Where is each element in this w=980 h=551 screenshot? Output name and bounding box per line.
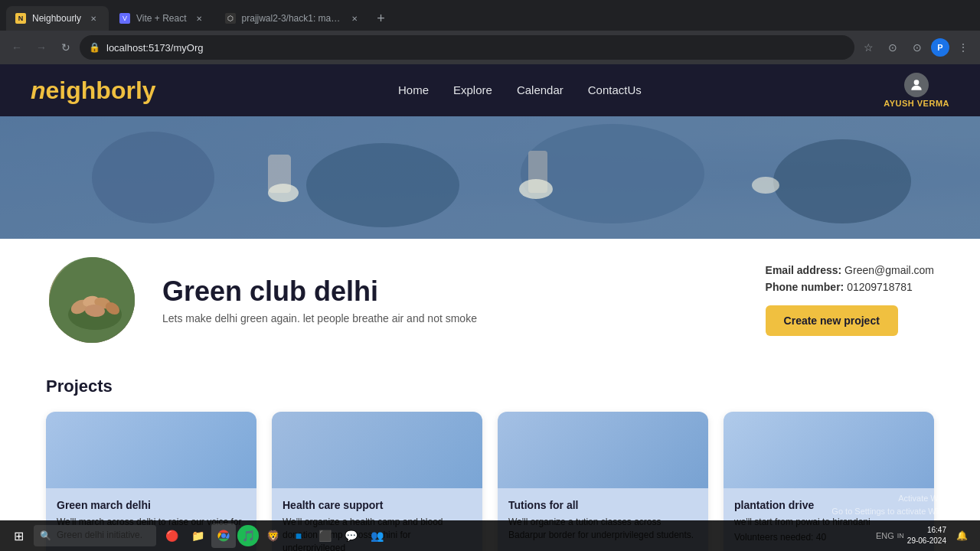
taskbar-whatsapp[interactable]: 💬	[338, 523, 363, 548]
taskbar: ⊞ 🔍 🔴 📁 🎵 🦁 ■ ⬛ 💬 👥 ENG IN 16:47 29-06-2…	[0, 520, 980, 551]
taskbar-date-value: 29-06-2024	[907, 536, 946, 546]
taskbar-search[interactable]: 🔍	[34, 525, 156, 546]
project-card-image-1	[46, 412, 256, 488]
navbar: neighborly Home Explore Calendar Contact…	[0, 64, 980, 116]
project-card-title-2: Health care support	[283, 499, 472, 511]
user-avatar-icon	[904, 73, 929, 97]
org-phone-label: Phone number:	[766, 281, 844, 293]
tab-favicon-3: ⬡	[225, 13, 236, 24]
taskbar-notification[interactable]: 🔴	[159, 523, 184, 548]
taskbar-notification-center[interactable]: 🔔	[949, 523, 974, 548]
org-email-label: Email address:	[766, 264, 842, 276]
nav-home[interactable]: Home	[398, 83, 429, 97]
svg-point-3	[306, 143, 459, 227]
new-tab-button[interactable]: +	[371, 8, 392, 29]
svg-point-4	[521, 124, 704, 223]
org-phone: Phone number: 01209718781	[766, 281, 934, 293]
taskbar-chrome[interactable]	[211, 523, 236, 548]
profile-avatar[interactable]: P	[931, 38, 949, 57]
hero-banner	[0, 116, 980, 239]
svg-point-10	[752, 177, 779, 194]
tab-close-2[interactable]: ✕	[193, 12, 205, 24]
tab-bar: N Neighbourly ✕ V Vite + React ✕ ⬡ prajj…	[0, 0, 980, 31]
tab-favicon-1: N	[15, 13, 26, 24]
taskbar-explorer[interactable]: 📁	[185, 523, 210, 548]
user-name: AYUSH VERMA	[884, 99, 949, 108]
create-project-button[interactable]: Create new project	[766, 305, 898, 336]
tab-github[interactable]: ⬡ prajjwal2-3/hack1: maksad has... ✕	[216, 6, 369, 31]
nav-explore[interactable]: Explore	[453, 83, 492, 97]
svg-point-8	[268, 184, 299, 202]
nav-home-link[interactable]: Home	[398, 83, 429, 96]
nav-contact[interactable]: ContactUs	[588, 83, 642, 97]
menu-icon[interactable]: ⋮	[952, 37, 974, 58]
org-email-value: Green@gmail.com	[844, 264, 934, 276]
svg-point-18	[221, 533, 226, 538]
project-card-title-3: Tutions for all	[508, 499, 697, 511]
bookmark-icon[interactable]: ☆	[858, 37, 879, 58]
taskbar-right: ENG IN 16:47 29-06-2024 🔔	[876, 523, 974, 548]
tab-favicon-2: V	[119, 13, 130, 24]
svg-point-2	[92, 132, 214, 223]
taskbar-spotify[interactable]: 🎵	[237, 525, 259, 546]
logo[interactable]: neighborly	[31, 77, 156, 105]
tab-neighbourly[interactable]: N Neighbourly ✕	[6, 6, 109, 31]
org-email: Email address: Green@gmail.com	[766, 264, 934, 276]
taskbar-search-icon: 🔍	[40, 530, 51, 541]
org-avatar	[46, 254, 138, 346]
project-card-title-1: Green march delhi	[57, 499, 246, 511]
start-button[interactable]: ⊞	[6, 523, 31, 548]
project-card-image-3	[498, 412, 708, 488]
taskbar-brave[interactable]: 🦁	[260, 523, 285, 548]
tab-close-1[interactable]: ✕	[87, 12, 100, 24]
extension-icon-1[interactable]: ⊙	[882, 37, 903, 58]
nav-calendar-link[interactable]: Calendar	[517, 83, 564, 96]
taskbar-vscode[interactable]: ■	[286, 523, 311, 548]
logo-rest: eighborly	[46, 77, 156, 104]
taskbar-teams[interactable]: 👥	[364, 523, 389, 548]
org-name: Green club delhi	[162, 276, 741, 308]
projects-title: Projects	[46, 377, 934, 396]
tab-title-2: Vite + React	[136, 13, 186, 24]
logo-n-letter: n	[31, 77, 46, 104]
extension-icon-2[interactable]: ⊙	[906, 37, 928, 58]
tab-title-1: Neighbourly	[32, 13, 81, 24]
nav-contact-link[interactable]: ContactUs	[588, 83, 642, 96]
forward-button[interactable]: →	[31, 37, 52, 58]
website-content: neighborly Home Explore Calendar Contact…	[0, 64, 980, 551]
org-tagline: Lets make delhi green again. let people …	[162, 312, 741, 324]
org-profile: Green club delhi Lets make delhi green a…	[0, 239, 980, 361]
project-card-image-4	[724, 412, 934, 488]
taskbar-clock: 16:47 29-06-2024	[907, 525, 946, 546]
nav-explore-link[interactable]: Explore	[453, 83, 492, 96]
org-contact: Email address: Green@gmail.com Phone num…	[766, 264, 934, 336]
svg-point-5	[773, 139, 911, 223]
browser-chrome: N Neighbourly ✕ V Vite + React ✕ ⬡ prajj…	[0, 0, 980, 64]
lock-icon: 🔒	[89, 42, 100, 53]
svg-point-0	[914, 80, 920, 85]
refresh-button[interactable]: ↻	[55, 37, 77, 58]
address-url: localhost:5173/myOrg	[106, 42, 203, 54]
logo-text: neighborly	[31, 77, 156, 105]
org-phone-value: 01209718781	[847, 281, 913, 293]
back-button[interactable]: ←	[6, 37, 28, 58]
project-card-image-2	[272, 412, 482, 488]
nav-user[interactable]: AYUSH VERMA	[884, 73, 949, 108]
taskbar-time-value: 16:47	[927, 525, 946, 536]
toolbar-right: ☆ ⊙ ⊙ P ⋮	[858, 37, 974, 58]
hero-illustration	[0, 116, 980, 239]
taskbar-terminal[interactable]: ⬛	[312, 523, 337, 548]
tab-close-3[interactable]: ✕	[350, 12, 359, 24]
browser-controls: ← → ↻ 🔒 localhost:5173/myOrg ☆ ⊙ ⊙ P ⋮	[0, 31, 980, 64]
nav-links: Home Explore Calendar ContactUs	[398, 83, 642, 97]
project-card-title-4: plantation drive	[734, 499, 923, 511]
taskbar-region: IN	[897, 532, 904, 540]
nav-calendar[interactable]: Calendar	[517, 83, 564, 97]
address-bar[interactable]: 🔒 localhost:5173/myOrg	[80, 35, 854, 60]
taskbar-items: 🔴 📁 🎵 🦁 ■ ⬛ 💬 👥	[159, 523, 873, 548]
taskbar-lang: ENG	[876, 531, 894, 540]
org-info: Green club delhi Lets make delhi green a…	[162, 276, 741, 324]
tab-vite[interactable]: V Vite + React ✕	[110, 6, 214, 31]
avatar-svg	[49, 257, 138, 346]
tab-title-3: prajjwal2-3/hack1: maksad has...	[242, 13, 345, 24]
